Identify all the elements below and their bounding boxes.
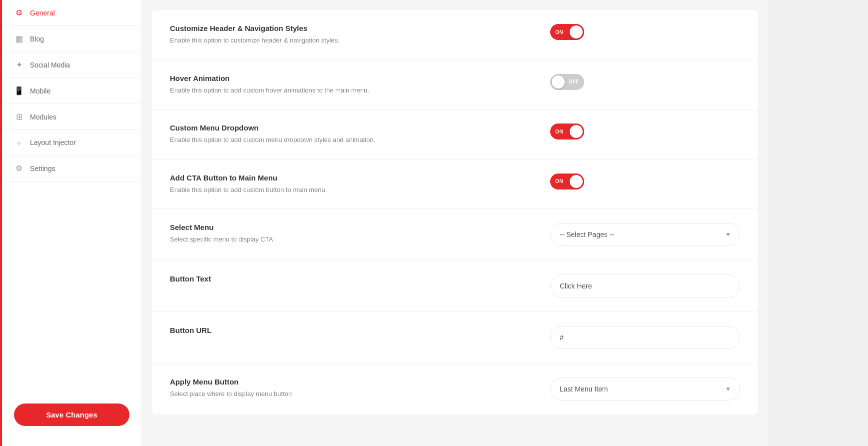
settings-icon: ⚙ [14, 164, 24, 173]
toggle-custom-menu-dropdown[interactable]: ON [550, 124, 584, 140]
toggle-label-on: ON [555, 178, 563, 184]
sidebar-item-label: Layout Injector [30, 138, 76, 146]
setting-desc-hover-animation: Enable this option to add custom hover a… [170, 86, 484, 96]
toggle-hover-animation[interactable]: OFF [550, 74, 584, 90]
sidebar-save-area: Save Changes [2, 394, 141, 436]
sidebar-item-label: Settings [30, 164, 55, 172]
button-url-input[interactable] [550, 326, 740, 349]
toggle-label-on: ON [555, 30, 563, 35]
setting-row-custom-menu-dropdown: Custom Menu Dropdown Enable this option … [152, 110, 758, 160]
setting-control-button-text [550, 274, 740, 298]
setting-info-customize-header: Customize Header & Navigation Styles Ena… [170, 24, 484, 46]
toggle-knob [570, 175, 583, 188]
sidebar-item-layout-injector[interactable]: ⬦ Layout Injector [2, 130, 141, 156]
setting-info-apply-menu-button: Apply Menu Button Select place where to … [170, 378, 484, 399]
toggle-knob [552, 76, 565, 88]
setting-row-button-url: Button URL [152, 312, 758, 364]
sidebar-item-blog[interactable]: ▦ Blog [2, 26, 141, 52]
sidebar-item-general[interactable]: ⚙ General [2, 0, 141, 26]
setting-control-select-menu: -- Select Pages -- ▼ [550, 223, 740, 246]
main-content: Customize Header & Navigation Styles Ena… [142, 0, 768, 446]
sidebar-item-mobile[interactable]: 📱 Mobile [2, 78, 141, 104]
sidebar-item-label: Blog [30, 35, 44, 43]
setting-desc-custom-menu-dropdown: Enable this option to add custom menu dr… [170, 135, 484, 145]
setting-info-button-text: Button Text [170, 274, 484, 286]
sidebar-item-label: Modules [30, 113, 56, 121]
toggle-knob [570, 26, 583, 38]
gear-icon: ⚙ [14, 8, 24, 18]
setting-desc-select-menu: Select specific menu to display CTA [170, 234, 484, 244]
setting-info-add-cta-button: Add CTA Button to Main Menu Enable this … [170, 174, 484, 195]
setting-row-button-text: Button Text [152, 260, 758, 312]
toggle-label-on: ON [555, 129, 563, 134]
setting-info-select-menu: Select Menu Select specific menu to disp… [170, 223, 484, 244]
setting-control-button-url [550, 326, 740, 349]
setting-title-add-cta-button: Add CTA Button to Main Menu [170, 174, 484, 182]
sidebar-item-label: Mobile [30, 87, 50, 95]
setting-title-button-url: Button URL [170, 326, 484, 334]
toggle-customize-header[interactable]: ON [550, 24, 584, 40]
apply-menu-button-select[interactable]: Last Menu Item First Menu Item [550, 378, 740, 400]
toggle-label-off: OFF [569, 79, 580, 84]
setting-row-customize-header: Customize Header & Navigation Styles Ena… [152, 10, 758, 60]
select-pages-dropdown[interactable]: -- Select Pages -- [550, 223, 740, 246]
toggle-add-cta-button[interactable]: ON [550, 174, 584, 190]
setting-title-button-text: Button Text [170, 274, 484, 283]
sidebar-item-social-media[interactable]: ✦ Social Media [2, 52, 141, 78]
modules-icon: ⊞ [14, 112, 24, 122]
social-media-icon: ✦ [14, 60, 24, 70]
setting-desc-apply-menu-button: Select place where to display menu butto… [170, 389, 484, 399]
setting-info-hover-animation: Hover Animation Enable this option to ad… [170, 74, 484, 96]
mobile-icon: 📱 [14, 86, 24, 96]
sidebar-item-label: General [30, 9, 55, 17]
save-changes-button[interactable]: Save Changes [14, 404, 129, 426]
setting-info-button-url: Button URL [170, 326, 484, 338]
setting-row-apply-menu-button: Apply Menu Button Select place where to … [152, 364, 758, 414]
setting-title-apply-menu-button: Apply Menu Button [170, 378, 484, 386]
setting-control-customize-header: ON [550, 24, 740, 40]
setting-desc-customize-header: Enable this option to customize header &… [170, 36, 484, 46]
setting-control-apply-menu-button: Last Menu Item First Menu Item ▼ [550, 378, 740, 400]
setting-desc-add-cta-button: Enable this option to add custom button … [170, 185, 484, 195]
setting-info-custom-menu-dropdown: Custom Menu Dropdown Enable this option … [170, 124, 484, 145]
setting-control-custom-menu-dropdown: ON [550, 124, 740, 140]
setting-row-hover-animation: Hover Animation Enable this option to ad… [152, 60, 758, 110]
setting-row-select-menu: Select Menu Select specific menu to disp… [152, 209, 758, 260]
sidebar-item-settings[interactable]: ⚙ Settings [2, 156, 141, 182]
setting-title-custom-menu-dropdown: Custom Menu Dropdown [170, 124, 484, 132]
button-text-input[interactable] [550, 274, 740, 298]
sidebar-item-label: Social Media [30, 61, 70, 69]
select-pages-wrapper: -- Select Pages -- ▼ [550, 223, 740, 246]
apply-menu-button-select-wrapper: Last Menu Item First Menu Item ▼ [550, 378, 740, 400]
setting-title-hover-animation: Hover Animation [170, 74, 484, 82]
toggle-knob [570, 125, 583, 138]
setting-row-add-cta-button: Add CTA Button to Main Menu Enable this … [152, 160, 758, 210]
setting-title-select-menu: Select Menu [170, 223, 484, 232]
setting-control-hover-animation: OFF [550, 74, 740, 90]
setting-control-add-cta-button: ON [550, 174, 740, 190]
blog-icon: ▦ [14, 34, 24, 44]
content-panel: Customize Header & Navigation Styles Ena… [152, 10, 758, 414]
right-gutter [768, 0, 868, 446]
setting-title-customize-header: Customize Header & Navigation Styles [170, 24, 484, 32]
sidebar-nav: ⚙ General ▦ Blog ✦ Social Media 📱 Mobile… [2, 0, 141, 394]
layout-injector-icon: ⬦ [14, 138, 24, 147]
sidebar-item-modules[interactable]: ⊞ Modules [2, 104, 141, 130]
sidebar: ⚙ General ▦ Blog ✦ Social Media 📱 Mobile… [2, 0, 142, 446]
